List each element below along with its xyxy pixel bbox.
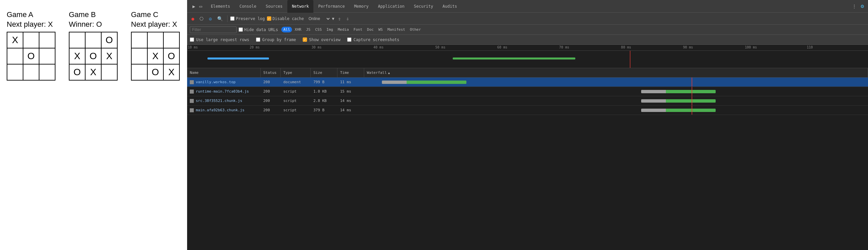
header-time[interactable]: Time xyxy=(337,68,364,77)
game-b-cell-4[interactable]: O xyxy=(86,49,101,64)
row-2-name: src.38f35521.chunk.js xyxy=(187,96,260,105)
game-a-cell-0[interactable]: X xyxy=(7,32,23,49)
header-waterfall[interactable]: Waterfall ▲ xyxy=(364,68,868,77)
header-size[interactable]: Size xyxy=(311,68,337,77)
game-a-board[interactable]: XO xyxy=(7,32,56,81)
waterfall-redline-3 xyxy=(691,105,692,115)
more-tabs-icon[interactable]: ⋮ xyxy=(850,2,858,10)
tick-30ms: 30 ms xyxy=(311,45,373,49)
settings-icon[interactable]: ⚙ xyxy=(858,2,867,11)
tick-100ms: 100 ms xyxy=(744,45,806,49)
mobile-icon[interactable]: ▭ xyxy=(198,2,203,10)
game-a-cell-3[interactable] xyxy=(7,49,23,64)
preserve-log-checkbox[interactable] xyxy=(230,17,235,21)
filter-input[interactable] xyxy=(190,26,237,33)
game-b-cell-0[interactable] xyxy=(69,32,86,49)
show-overview-option: ✓ Show overview xyxy=(303,37,340,42)
filter-xhr[interactable]: XHR xyxy=(293,27,303,32)
tab-console[interactable]: Console xyxy=(235,0,261,13)
preserve-log-label: Preserve log xyxy=(236,17,265,21)
import-icon[interactable]: ⇧ xyxy=(336,15,342,22)
game-a-cell-5[interactable] xyxy=(39,49,56,64)
search-icon[interactable]: 🔍 xyxy=(216,15,224,22)
game-c-cell-6[interactable] xyxy=(132,64,148,81)
tab-memory[interactable]: Memory xyxy=(349,0,373,13)
filter-img[interactable]: Img xyxy=(324,27,335,32)
group-by-frame-option: Group by frame xyxy=(256,37,296,42)
game-b-cell-7[interactable]: X xyxy=(86,64,101,81)
large-rows-checkbox[interactable] xyxy=(190,37,194,42)
game-b-cell-5[interactable]: X xyxy=(101,49,118,64)
game-a-cell-2[interactable] xyxy=(39,32,56,49)
filter-ws[interactable]: WS xyxy=(376,27,384,32)
tick-10ms: 10 ms xyxy=(187,45,249,49)
row-3-time: 14 ms xyxy=(337,105,364,115)
game-a-cell-6[interactable] xyxy=(7,64,23,81)
throttle-select[interactable]: Online Fast 3G Slow 3G Offline xyxy=(306,15,331,22)
clear-button[interactable]: ⎔ xyxy=(198,15,205,22)
network-row-1[interactable]: runtime-main.7fca03b4.js 200 script 1.0 … xyxy=(187,87,868,96)
devtools-panel: ▶ ▭ Elements Console Sources Network Per… xyxy=(187,0,868,250)
filter-all[interactable]: All xyxy=(281,27,292,32)
row-1-time: 15 ms xyxy=(337,87,364,96)
filter-font[interactable]: Font xyxy=(351,27,365,32)
header-type[interactable]: Type xyxy=(281,68,311,77)
filter-css[interactable]: CSS xyxy=(313,27,324,32)
game-c-cell-3[interactable] xyxy=(132,49,148,64)
tab-network[interactable]: Network xyxy=(287,0,314,13)
disable-cache-checkbox[interactable]: ✓ xyxy=(267,17,271,21)
filter-type-buttons: All XHR JS CSS Img Media Font Doc WS Man… xyxy=(281,27,423,32)
game-c-cell-0[interactable] xyxy=(132,32,148,49)
waterfall-redline-2 xyxy=(691,96,692,105)
filter-icon[interactable]: ☮ xyxy=(207,15,213,22)
game-c-cell-4[interactable]: X xyxy=(148,49,164,64)
game-c-cell-1[interactable] xyxy=(148,32,164,49)
cursor-icon[interactable]: ▶ xyxy=(191,2,196,10)
game-c-cell-5[interactable]: O xyxy=(164,49,180,64)
network-row-0[interactable]: vanilly.workos.top 200 document 799 B 11… xyxy=(187,77,868,87)
tab-application[interactable]: Application xyxy=(373,0,409,13)
filter-doc[interactable]: Doc xyxy=(365,27,376,32)
game-a-title: Game A Next player: X xyxy=(7,10,53,29)
tab-security[interactable]: Security xyxy=(409,0,438,13)
game-a-cell-7[interactable] xyxy=(23,64,39,81)
game-a-cell-1[interactable] xyxy=(23,32,39,49)
game-b-cell-3[interactable]: X xyxy=(69,49,86,64)
timeline-bar-1 xyxy=(208,58,269,60)
show-overview-checkbox[interactable]: ✓ xyxy=(303,37,307,42)
game-b-board[interactable]: OXOXOX xyxy=(69,32,118,81)
filter-media[interactable]: Media xyxy=(336,27,351,32)
tab-performance[interactable]: Performance xyxy=(313,0,349,13)
tab-sources[interactable]: Sources xyxy=(261,0,287,13)
network-overview: 10 ms 20 ms 30 ms 40 ms 50 ms 60 ms 70 m… xyxy=(187,45,868,68)
row-0-name: vanilly.workos.top xyxy=(187,77,260,87)
game-b-cell-1[interactable] xyxy=(86,32,101,49)
game-c-cell-8[interactable]: X xyxy=(164,64,180,81)
game-c-cell-2[interactable] xyxy=(164,32,180,49)
filter-manifest[interactable]: Manifest xyxy=(385,27,407,32)
game-b-cell-2[interactable]: O xyxy=(101,32,118,49)
filter-js[interactable]: JS xyxy=(304,27,312,32)
tab-elements[interactable]: Elements xyxy=(206,0,235,13)
game-c-board[interactable]: XOOX xyxy=(131,32,180,81)
game-b-cell-8[interactable] xyxy=(101,64,118,81)
games-row: Game A Next player: X XO Game B Winner: … xyxy=(7,10,180,81)
game-a-cell-8[interactable] xyxy=(39,64,56,81)
network-row-2[interactable]: src.38f35521.chunk.js 200 script 2.8 KB … xyxy=(187,96,868,105)
hide-data-urls-checkbox[interactable] xyxy=(239,27,243,32)
record-button[interactable]: ● xyxy=(190,15,196,22)
capture-screenshots-checkbox[interactable] xyxy=(347,37,351,42)
group-by-frame-checkbox[interactable] xyxy=(256,37,260,42)
header-status[interactable]: Status xyxy=(260,68,281,77)
game-b-cell-6[interactable]: O xyxy=(69,64,86,81)
row-2-time: 14 ms xyxy=(337,96,364,105)
filter-other[interactable]: Other xyxy=(408,27,423,32)
row-2-waterfall xyxy=(364,96,868,105)
network-row-3[interactable]: main.afa92b63.chunk.js 200 script 379 B … xyxy=(187,105,868,115)
tick-110ms: 110 xyxy=(806,45,868,49)
tab-audits[interactable]: Audits xyxy=(438,0,462,13)
game-a-cell-4[interactable]: O xyxy=(23,49,39,64)
game-c-cell-7[interactable]: O xyxy=(148,64,164,81)
header-name[interactable]: Name xyxy=(187,68,260,77)
export-icon[interactable]: ⇩ xyxy=(344,15,350,22)
